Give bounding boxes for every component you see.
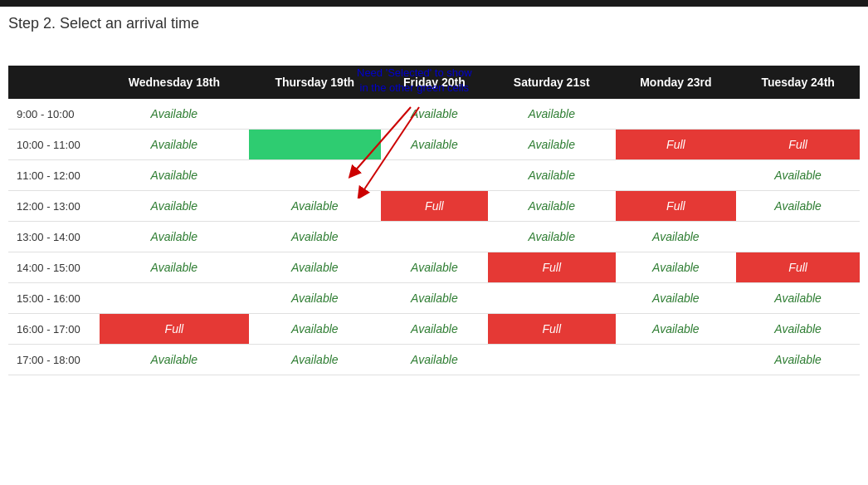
time-cell: 10:00 - 11:00 [8,130,100,160]
schedule-cell[interactable]: Available [736,345,860,375]
time-cell: 17:00 - 18:00 [8,345,100,375]
annotation-bubble: Need 'Selected' to show in the other gre… [357,66,472,96]
schedule-cell[interactable]: Available [381,130,488,160]
schedule-cell[interactable]: Available [736,191,860,222]
page-title: Step 2. Select an arrival time [8,15,860,32]
schedule-cell [249,160,381,191]
schedule-cell[interactable]: Available [616,283,737,314]
table-row: 14:00 - 15:00AvailableAvailableAvailable… [8,252,860,283]
schedule-cell: Full [488,314,616,345]
schedule-cell[interactable]: Available [381,345,488,375]
time-cell: 11:00 - 12:00 [8,160,100,191]
schedule-cell: Full [616,130,737,160]
schedule-cell[interactable]: Available [381,314,488,345]
schedule-cell[interactable]: Available [616,314,737,345]
schedule-cell[interactable]: Available [488,160,616,191]
schedule-cell[interactable]: Selected [249,99,381,130]
annotation-area: Need 'Selected' to show in the other gre… [8,66,860,375]
schedule-cell[interactable]: Available [488,99,616,130]
table-row: 13:00 - 14:00AvailableAvailableFullAvail… [8,222,860,252]
schedule-cell: Full [736,252,860,283]
schedule-cell[interactable]: Available [488,130,616,160]
schedule-cell[interactable]: Available [100,252,249,283]
time-cell: 13:00 - 14:00 [8,222,100,252]
schedule-cell[interactable]: Available [616,252,737,283]
schedule-cell[interactable]: Available [381,99,488,130]
schedule-cell[interactable]: Available [100,222,249,252]
schedule-cell: Full [736,99,860,130]
schedule-cell: Full [736,222,860,252]
time-cell: 16:00 - 17:00 [8,314,100,345]
schedule-cell[interactable]: Available [488,222,616,252]
schedule-cell[interactable]: Available [381,283,488,314]
schedule-cell[interactable]: Available [100,191,249,222]
schedule-cell: Full [381,191,488,222]
schedule-cell[interactable]: Available [381,252,488,283]
schedule-cell: Full [488,345,616,375]
schedule-cell [249,130,381,160]
schedule-cell: Full [100,283,249,314]
schedule-cell[interactable]: Available [249,222,381,252]
schedule-cell[interactable]: Available [736,314,860,345]
time-cell: 15:00 - 16:00 [8,283,100,314]
schedule-cell: Full [616,345,737,375]
schedule-cell[interactable]: Available [249,283,381,314]
col-header-mon: Monday 23rd [616,66,737,99]
schedule-cell[interactable]: Available [249,314,381,345]
table-row: 10:00 - 11:00AvailableAvailableAvailable… [8,130,860,160]
time-cell: 14:00 - 15:00 [8,252,100,283]
schedule-cell[interactable]: Available [736,283,860,314]
schedule-cell[interactable]: Available [100,130,249,160]
schedule-cell: Full [488,252,616,283]
schedule-cell[interactable]: Available [736,160,860,191]
schedule-cell[interactable]: Available [249,345,381,375]
schedule-cell: Full [616,191,737,222]
schedule-cell: Full [616,160,737,191]
col-header-wed: Wednesday 18th [100,66,249,99]
col-header-tue: Tuesday 24th [736,66,860,99]
top-bar [0,0,868,7]
table-row: 17:00 - 18:00AvailableAvailableAvailable… [8,345,860,375]
table-row: 11:00 - 12:00AvailableFullAvailableFullA… [8,160,860,191]
time-cell: 9:00 - 10:00 [8,99,100,130]
schedule-cell[interactable]: Available [100,160,249,191]
schedule-cell: Full [616,99,737,130]
schedule-cell: Full [381,222,488,252]
table-row: 12:00 - 13:00AvailableAvailableFullAvail… [8,191,860,222]
table-row: 15:00 - 16:00FullAvailableAvailableFullA… [8,283,860,314]
schedule-cell[interactable]: Available [249,191,381,222]
schedule-cell[interactable]: Available [100,99,249,130]
schedule-table: Wednesday 18th Thursday 19th Friday 20th… [8,66,860,375]
col-header-time [8,66,100,99]
schedule-cell: Full [488,283,616,314]
time-cell: 12:00 - 13:00 [8,191,100,222]
table-row: 9:00 - 10:00AvailableSelectedAvailableAv… [8,99,860,130]
col-header-sat: Saturday 21st [488,66,616,99]
schedule-cell: Full [736,130,860,160]
schedule-cell[interactable]: Available [488,191,616,222]
schedule-cell[interactable]: Available [100,345,249,375]
schedule-cell[interactable]: Available [616,222,737,252]
schedule-cell: Full [381,160,488,191]
schedule-cell: Full [100,314,249,345]
table-row: 16:00 - 17:00FullAvailableAvailableFullA… [8,314,860,345]
schedule-cell[interactable]: Available [249,252,381,283]
